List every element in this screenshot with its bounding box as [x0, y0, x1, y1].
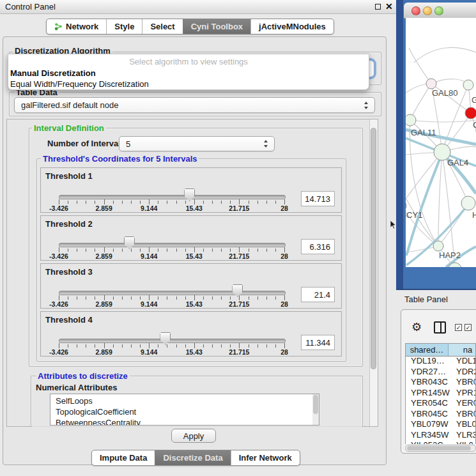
- table-row[interactable]: YBR043CYBR0: [406, 377, 475, 388]
- slider-track[interactable]: [59, 291, 286, 295]
- threshold-value-field[interactable]: 14.713: [301, 191, 335, 206]
- network-node[interactable]: [406, 201, 406, 211]
- slider-track[interactable]: [59, 243, 286, 247]
- threshold-box-1: Threshold 1-3.4262.8599.14415.4321.71528…: [40, 167, 342, 213]
- network-node[interactable]: [426, 79, 436, 89]
- network-node-label: H: [472, 210, 476, 220]
- threshold-box-2: Threshold 2-3.4262.8599.14415.4321.71528…: [40, 215, 342, 261]
- threshold-value-field[interactable]: 21.4: [301, 287, 335, 302]
- slider-tick-label: 21.715: [229, 252, 249, 260]
- close-traffic-light-icon[interactable]: [411, 6, 420, 15]
- slider-tick: [221, 344, 222, 348]
- slider-tick: [203, 296, 204, 300]
- tab-style[interactable]: Style: [106, 19, 142, 34]
- list-item-selfloops[interactable]: SelfLoops: [50, 395, 319, 406]
- table-row[interactable]: YLR345WYLR3: [406, 430, 475, 441]
- threshold-value-field[interactable]: 11.344: [301, 335, 335, 350]
- slider-tick: [113, 344, 114, 348]
- network-window-titlebar[interactable]: [404, 3, 476, 19]
- slider-tick: [194, 295, 195, 300]
- network-node[interactable]: [461, 196, 475, 210]
- list-item-betweennesscentrality[interactable]: BetweennessCentrality: [50, 417, 319, 426]
- table-row[interactable]: YER054CYER0: [406, 398, 475, 409]
- tab-infer-network[interactable]: Infer Network: [231, 450, 300, 465]
- table-data-combobox[interactable]: galFiltered.sif default node: [14, 97, 375, 113]
- slider-track[interactable]: [59, 195, 286, 199]
- slider-tick: [239, 247, 240, 252]
- columns-icon[interactable]: [434, 321, 446, 334]
- float-window-icon[interactable]: [375, 4, 381, 10]
- tab-label: Cyni Toolbox: [191, 22, 243, 31]
- checkbox-icon[interactable]: ✓: [455, 324, 462, 331]
- network-node[interactable]: [406, 114, 416, 126]
- dropdown-option-manual-discretization[interactable]: Manual Discretization: [8, 68, 369, 79]
- cell-shared-name: YDL19…: [411, 356, 445, 367]
- slider-thumb[interactable]: [232, 284, 243, 297]
- slider-tick: [149, 295, 150, 300]
- slider-thumb[interactable]: [124, 236, 135, 249]
- table-row[interactable]: YPR145WYPR1: [406, 388, 475, 399]
- table-row[interactable]: YIL052CYIL0: [406, 440, 475, 444]
- network-node-label: GA: [472, 95, 476, 105]
- tab-cyni-toolbox[interactable]: Cyni Toolbox: [183, 19, 250, 34]
- slider-tick-label: 15.43: [186, 204, 203, 212]
- slider-tick: [203, 344, 204, 348]
- network-edge[interactable]: [438, 152, 442, 246]
- slider-tick-label: 9.144: [141, 204, 157, 212]
- settings-scrollbar-thumb[interactable]: [371, 128, 376, 369]
- network-edge[interactable]: [431, 79, 468, 85]
- checkbox-icon[interactable]: ✓: [464, 324, 472, 331]
- slider-tick: [131, 201, 132, 204]
- network-graph[interactable]: GAL80GAGAL11CGAL4GCY1HHAP2: [406, 18, 476, 267]
- tab-impute-data[interactable]: Impute Data: [92, 450, 155, 465]
- zoom-traffic-light-icon[interactable]: [434, 6, 443, 15]
- apply-button[interactable]: Apply: [171, 429, 216, 443]
- gear-icon[interactable]: ⚙: [411, 321, 422, 334]
- table-hscrollbar-thumb[interactable]: [407, 446, 471, 450]
- minimize-traffic-light-icon[interactable]: [423, 6, 432, 15]
- network-canvas[interactable]: GAL80GAGAL11CGAL4GCY1HHAP2: [406, 18, 476, 267]
- network-edge[interactable]: [414, 47, 476, 63]
- network-edge[interactable]: [442, 152, 455, 267]
- slider-tick: [284, 343, 285, 348]
- slider-tick: [104, 199, 105, 204]
- network-edge[interactable]: [410, 84, 431, 120]
- cell-name: YBL0: [456, 419, 475, 430]
- table-row[interactable]: YDR27…YDR2: [406, 367, 475, 378]
- slider-tick: [249, 344, 249, 348]
- slider-tick: [230, 249, 231, 252]
- tab-network[interactable]: Network: [47, 19, 106, 34]
- table-row[interactable]: YDL19…YDL1: [406, 356, 475, 367]
- slider-tick: [167, 249, 167, 252]
- slider-tick-label: 15.43: [186, 252, 203, 260]
- tab-label: Infer Network: [239, 453, 292, 463]
- slider-thumb[interactable]: [184, 188, 195, 201]
- table-row[interactable]: YBL079WYBL0: [406, 419, 475, 430]
- tab-jactivemnodules[interactable]: jActiveMNodules: [250, 19, 334, 34]
- column-header-shared-name[interactable]: shared…: [406, 344, 449, 356]
- number-of-intervals-combobox[interactable]: 5: [119, 136, 275, 151]
- tab-select[interactable]: Select: [142, 19, 182, 34]
- tab-discretize-data[interactable]: Discretize Data: [155, 450, 230, 465]
- threshold-label: Threshold 2: [45, 219, 93, 229]
- slider-tick: [131, 296, 132, 300]
- slider-thumb[interactable]: [160, 332, 171, 345]
- dropdown-option-equal-width-frequency-discretization[interactable]: Equal Width/Frequency Discretization: [8, 79, 369, 89]
- close-icon[interactable]: ✕: [385, 1, 393, 12]
- network-node[interactable]: [465, 107, 476, 119]
- threshold-value-field[interactable]: 6.316: [301, 239, 335, 254]
- slider-tick: [59, 199, 59, 204]
- tab-label: Network: [66, 22, 98, 31]
- slider-tick-label: 28: [280, 252, 288, 260]
- list-item-topologicalcoefficient[interactable]: TopologicalCoefficient: [50, 406, 319, 417]
- network-node[interactable]: [463, 80, 473, 90]
- slider-tick: [167, 296, 167, 300]
- list-scrollbar-thumb[interactable]: [313, 395, 318, 414]
- slider-tick: [249, 201, 249, 204]
- network-node[interactable]: [433, 241, 443, 251]
- table-row[interactable]: YBR045CYBR0: [406, 409, 475, 420]
- slider-track[interactable]: [59, 339, 286, 343]
- slider-tick: [95, 249, 95, 252]
- column-header-name[interactable]: na: [449, 344, 476, 356]
- numerical-attributes-list[interactable]: SelfLoopsTopologicalCoefficientBetweenne…: [50, 394, 319, 426]
